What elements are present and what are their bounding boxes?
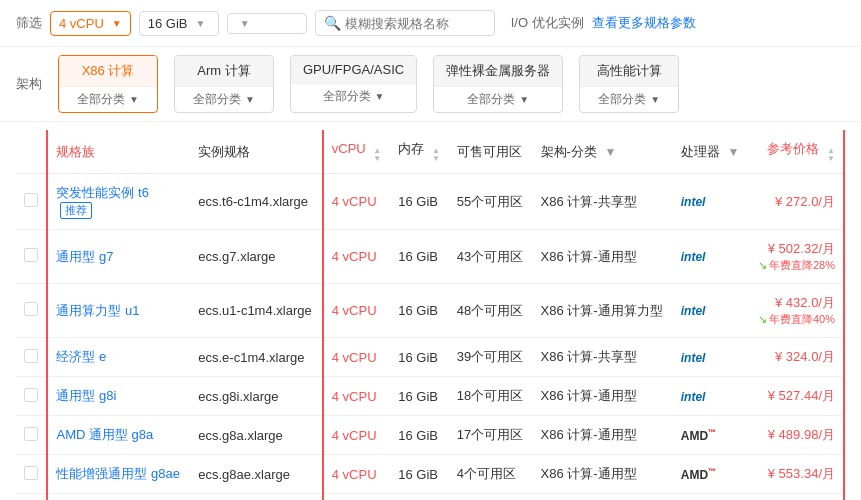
cell-price: ¥ 527.44/月 bbox=[748, 377, 844, 416]
family-link[interactable]: 突发性能实例 t6 bbox=[56, 185, 148, 200]
table-row: 经济型 eecs.e-c1m4.xlarge4 vCPU16 GiB39个可用区… bbox=[16, 338, 844, 377]
table-container: 规格族实例规格vCPU ▲▼内存 ▲▼可售可用区架构-分类 ▼处理器 ▼参考价格… bbox=[0, 130, 861, 500]
arch-tab-chevron-icon: ▼ bbox=[129, 94, 139, 105]
col-header-spec: 实例规格 bbox=[190, 130, 323, 174]
cell-zones: 1个可用区 bbox=[449, 494, 533, 501]
price-value: ¥ 489.98/月 bbox=[768, 427, 835, 442]
specs-table: 规格族实例规格vCPU ▲▼内存 ▲▼可售可用区架构-分类 ▼处理器 ▼参考价格… bbox=[16, 130, 845, 500]
col-header-vcpu[interactable]: vCPU ▲▼ bbox=[323, 130, 391, 174]
io-link[interactable]: 查看更多规格参数 bbox=[592, 14, 696, 32]
cell-price: ¥ 324.0/月 bbox=[748, 338, 844, 377]
cell-price: ¥ 640.0/月 bbox=[748, 494, 844, 501]
arch-tab-arm[interactable]: Arm 计算 全部分类 ▼ bbox=[174, 55, 274, 113]
col-header-arch[interactable]: 架构-分类 ▼ bbox=[533, 130, 673, 174]
filter-icon[interactable]: ▼ bbox=[727, 145, 739, 159]
cell-zones: 4个可用区 bbox=[449, 455, 533, 494]
arch-tab-hpc[interactable]: 高性能计算 全部分类 ▼ bbox=[579, 55, 679, 113]
arch-tab-chevron-icon: ▼ bbox=[519, 94, 529, 105]
cell-family: 经济型 e bbox=[47, 338, 190, 377]
cell-zones: 39个可用区 bbox=[449, 338, 533, 377]
arch-tab-sub[interactable]: 全部分类 ▼ bbox=[59, 86, 157, 112]
arch-tab-sub[interactable]: 全部分类 ▼ bbox=[175, 86, 273, 112]
amd-logo: AMD™ bbox=[681, 429, 716, 443]
filter-label: 筛选 bbox=[16, 14, 42, 32]
cell-cpu: AMD™ bbox=[673, 416, 749, 455]
arch-tab-label: 高性能计算 bbox=[580, 56, 678, 86]
search-icon: 🔍 bbox=[324, 15, 341, 31]
arch-tab-x86[interactable]: X86 计算 全部分类 ▼ bbox=[58, 55, 158, 113]
filter-bar: 筛选 4 vCPU ▼ 16 GiB ▼ ▼ 🔍 I/O 优化实例 查看更多规格… bbox=[0, 0, 861, 47]
cell-arch: X86 计算-通用型 bbox=[533, 230, 673, 284]
arch-tab-sub[interactable]: 全部分类 ▼ bbox=[580, 86, 678, 112]
arch-tab-chevron-icon: ▼ bbox=[245, 94, 255, 105]
col-header-price[interactable]: 参考价格 ▲▼ bbox=[748, 130, 844, 174]
arch-tab-bare[interactable]: 弹性裸金属服务器 全部分类 ▼ bbox=[433, 55, 563, 113]
row-checkbox[interactable] bbox=[24, 302, 38, 316]
cell-mem: 16 GiB bbox=[390, 494, 448, 501]
mem-select[interactable]: 16 GiB ▼ bbox=[139, 11, 219, 36]
family-link[interactable]: 通用型 g8i bbox=[56, 388, 116, 403]
row-checkbox[interactable] bbox=[24, 427, 38, 441]
filter-icon[interactable]: ▼ bbox=[604, 145, 616, 159]
cell-zones: 18个可用区 bbox=[449, 377, 533, 416]
sort-icon: ▲▼ bbox=[373, 147, 381, 163]
family-link[interactable]: 性能增强通用型 g8ae bbox=[56, 466, 180, 481]
arch-tab-sub[interactable]: 全部分类 ▼ bbox=[291, 83, 416, 109]
arch-label: 架构 bbox=[16, 65, 50, 103]
cell-spec: ecs.g7.xlarge bbox=[190, 230, 323, 284]
vcpu-chevron-icon: ▼ bbox=[112, 18, 122, 29]
row-checkbox[interactable] bbox=[24, 248, 38, 262]
cell-arch: X86 计算-通用型 bbox=[533, 494, 673, 501]
cell-zones: 48个可用区 bbox=[449, 284, 533, 338]
family-link[interactable]: AMD 通用型 g8a bbox=[56, 427, 153, 442]
cell-price: ¥ 553.34/月 bbox=[748, 455, 844, 494]
arch-tab-label: X86 计算 bbox=[59, 56, 157, 86]
cell-family: 性能增强通用型 g8ae bbox=[47, 455, 190, 494]
row-checkbox[interactable] bbox=[24, 466, 38, 480]
discount-arrow-icon: ↘ bbox=[758, 259, 767, 272]
price-value: ¥ 553.34/月 bbox=[768, 466, 835, 481]
cell-cpu: intel bbox=[673, 377, 749, 416]
search-input[interactable] bbox=[341, 16, 486, 31]
row-checkbox[interactable] bbox=[24, 388, 38, 402]
arch-tab-label: Arm 计算 bbox=[175, 56, 273, 86]
cell-family: 通用算力型 u1 bbox=[47, 284, 190, 338]
family-link[interactable]: 通用型 g7 bbox=[56, 249, 113, 264]
col-header-family: 规格族 bbox=[47, 130, 190, 174]
cell-price: ¥ 489.98/月 bbox=[748, 416, 844, 455]
extra-chevron-icon: ▼ bbox=[240, 18, 250, 29]
mem-chevron-icon: ▼ bbox=[195, 18, 205, 29]
arch-tab-sub[interactable]: 全部分类 ▼ bbox=[434, 86, 562, 112]
cell-spec: ecs.t6-c1m4.xlarge bbox=[190, 174, 323, 230]
price-discount: ↘年费直降28% bbox=[756, 258, 835, 273]
row-checkbox[interactable] bbox=[24, 193, 38, 207]
col-header-cpu[interactable]: 处理器 ▼ bbox=[673, 130, 749, 174]
cell-family: AMD 通用型 g8a bbox=[47, 416, 190, 455]
price-value: ¥ 272.0/月 bbox=[775, 194, 835, 209]
arch-tabs: X86 计算 全部分类 ▼ Arm 计算 全部分类 ▼ GPU/FPGA/ASI… bbox=[58, 55, 687, 113]
extra-select[interactable]: ▼ bbox=[227, 13, 307, 34]
cell-zones: 43个可用区 bbox=[449, 230, 533, 284]
cell-spec: ecs.e-c1m4.xlarge bbox=[190, 338, 323, 377]
recommended-tag: 推荐 bbox=[60, 202, 92, 219]
cell-cpu: intel bbox=[673, 338, 749, 377]
cell-price: ¥ 432.0/月↘年费直降40% bbox=[748, 284, 844, 338]
family-link[interactable]: 经济型 e bbox=[56, 349, 106, 364]
cell-price: ¥ 502.32/月↘年费直降28% bbox=[748, 230, 844, 284]
vcpu-select[interactable]: 4 vCPU ▼ bbox=[50, 11, 131, 36]
search-box[interactable]: 🔍 bbox=[315, 10, 495, 36]
table-row: 通用型 g8iecs.g8i.xlarge4 vCPU16 GiB18个可用区X… bbox=[16, 377, 844, 416]
cell-arch: X86 计算-通用算力型 bbox=[533, 284, 673, 338]
intel-logo: intel bbox=[681, 195, 706, 209]
cell-spec: ecs.g8i.xlarge bbox=[190, 377, 323, 416]
row-checkbox[interactable] bbox=[24, 349, 38, 363]
arch-tab-gpu[interactable]: GPU/FPGA/ASIC 全部分类 ▼ bbox=[290, 55, 417, 113]
col-header-mem[interactable]: 内存 ▲▼ bbox=[390, 130, 448, 174]
cell-mem: 16 GiB bbox=[390, 338, 448, 377]
price-value: ¥ 432.0/月 bbox=[775, 295, 835, 310]
io-label: I/O 优化实例 bbox=[511, 14, 584, 32]
cell-arch: X86 计算-通用型 bbox=[533, 455, 673, 494]
table-row: 通用算力型 u1ecs.u1-c1m4.xlarge4 vCPU16 GiB48… bbox=[16, 284, 844, 338]
family-link[interactable]: 通用算力型 u1 bbox=[56, 303, 139, 318]
intel-logo: intel bbox=[681, 351, 706, 365]
